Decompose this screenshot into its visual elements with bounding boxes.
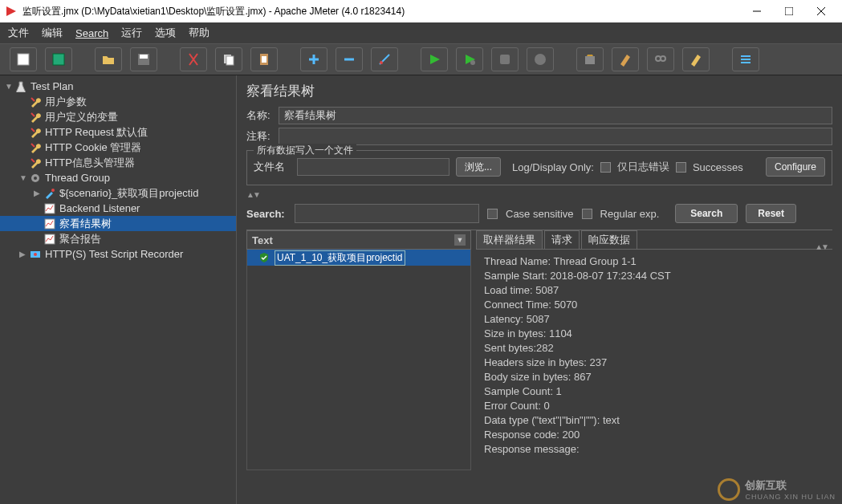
panel-title: 察看结果树	[246, 82, 832, 100]
tree-label: HTTP Cookie 管理器	[45, 140, 141, 155]
test-plan-tree[interactable]: ▼Test Plan用户参数用户定义的变量HTTP Request 默认值HTT…	[0, 75, 237, 504]
tree-node[interactable]: ▼Test Plan	[0, 79, 236, 94]
copy-button[interactable]	[215, 47, 242, 71]
collapse-indicator-icon[interactable]: ▲▼	[246, 190, 832, 199]
gear-icon	[29, 172, 42, 185]
regular-exp-checkbox[interactable]	[582, 209, 592, 219]
errors-only-checkbox[interactable]	[600, 162, 611, 173]
tree-label: 用户定义的变量	[45, 110, 118, 124]
new-button[interactable]	[10, 47, 37, 71]
menu-help[interactable]: 帮助	[189, 26, 209, 40]
configure-button[interactable]: Configure	[766, 157, 825, 177]
search-button[interactable]: Search	[675, 204, 738, 223]
filename-input[interactable]	[297, 158, 449, 176]
tree-label: HTTP Request 默认值	[45, 125, 148, 140]
tree-node[interactable]: 用户定义的变量	[0, 109, 236, 124]
toggle-button[interactable]	[371, 47, 398, 71]
collapse-indicator-right-icon[interactable]: ▲▼	[815, 242, 828, 251]
expand-button[interactable]	[300, 47, 327, 71]
detail-line: Error Count: 0	[484, 399, 829, 413]
tree-node[interactable]: HTTP Cookie 管理器	[0, 140, 236, 155]
tree-node[interactable]: HTTP信息头管理器	[0, 155, 236, 170]
detail-line: Response message:	[484, 442, 829, 457]
tree-node[interactable]: ▶HTTP(S) Test Script Recorder	[0, 246, 236, 262]
open-button[interactable]	[95, 47, 122, 71]
logo-ring-icon	[718, 478, 740, 501]
reset-search-button[interactable]	[682, 47, 710, 71]
save-button[interactable]	[130, 47, 157, 71]
close-button[interactable]	[805, 0, 837, 22]
pipette-icon	[43, 187, 56, 200]
templates-button[interactable]	[45, 47, 72, 71]
tree-node[interactable]: ▼Thread Group	[0, 170, 236, 185]
clear-button[interactable]	[576, 47, 604, 71]
tab-sampler-result[interactable]: 取样器结果	[476, 230, 543, 249]
detail-line: Size in bytes: 1104	[484, 327, 829, 341]
sample-item[interactable]: UAT_1_10_获取项目projectid	[247, 250, 470, 266]
wrench-icon	[29, 96, 42, 108]
search-input[interactable]	[295, 204, 479, 223]
filename-label: 文件名	[254, 160, 291, 174]
menu-run[interactable]: 运行	[121, 26, 142, 40]
sample-label: UAT_1_10_获取项目projectid	[275, 250, 405, 266]
tab-response-data[interactable]: 响应数据	[581, 230, 637, 249]
successes-checkbox[interactable]	[676, 162, 686, 173]
shutdown-button[interactable]	[527, 47, 554, 71]
search-tree-button[interactable]	[647, 47, 674, 71]
menu-file[interactable]: 文件	[8, 26, 29, 40]
svg-rect-19	[585, 56, 595, 64]
regular-exp-label: Regular exp.	[600, 208, 660, 220]
tree-node[interactable]: Backend Listener	[0, 201, 236, 216]
wrench-icon	[29, 141, 42, 154]
detail-line: Latency: 5087	[484, 312, 829, 327]
clear-all-button[interactable]	[612, 47, 639, 71]
svg-rect-1	[785, 7, 793, 15]
comment-input[interactable]	[279, 128, 832, 145]
tree-node[interactable]: 用户参数	[0, 94, 236, 109]
dropdown-arrow-icon: ▼	[454, 234, 466, 246]
samples-list[interactable]: UAT_1_10_获取项目projectid	[246, 250, 471, 470]
render-type-value: Text	[252, 234, 273, 246]
start-no-timers-button[interactable]	[456, 47, 483, 71]
watermark-logo: 创新互联 CHUANG XIN HU LIAN	[718, 478, 836, 501]
render-type-dropdown[interactable]: Text ▼	[246, 230, 471, 250]
wrench-icon	[29, 111, 42, 124]
svg-rect-7	[140, 55, 148, 59]
cut-button[interactable]	[180, 47, 207, 71]
reset-button[interactable]: Reset	[746, 204, 796, 223]
function-helper-button[interactable]	[732, 47, 759, 71]
tree-node[interactable]: 察看结果树	[0, 216, 236, 231]
case-sensitive-checkbox[interactable]	[487, 209, 498, 219]
flask-icon	[14, 80, 27, 93]
maximize-button[interactable]	[773, 0, 805, 22]
menu-search[interactable]: Search	[75, 27, 108, 39]
detail-line: Connect Time: 5070	[484, 298, 829, 312]
tree-label: Test Plan	[31, 80, 73, 92]
recorder-icon	[29, 248, 42, 261]
collapse-button[interactable]	[336, 47, 363, 71]
chart-icon	[43, 233, 56, 246]
tree-label: 聚合报告	[59, 232, 101, 246]
tree-node[interactable]: 聚合报告	[0, 231, 236, 246]
tree-label: ${scenario}_获取项目projectid	[59, 186, 198, 201]
svg-rect-24	[741, 62, 750, 63]
minimize-button[interactable]	[741, 0, 773, 22]
tab-request[interactable]: 请求	[544, 230, 580, 249]
tree-label: HTTP信息头管理器	[45, 156, 135, 170]
paste-button[interactable]	[250, 47, 278, 71]
tree-node[interactable]: HTTP Request 默认值	[0, 124, 236, 140]
menu-edit[interactable]: 编辑	[42, 26, 63, 40]
stop-button[interactable]	[491, 47, 519, 71]
start-button[interactable]	[421, 47, 448, 71]
logo-brand: 创新互联	[745, 478, 836, 493]
tree-node[interactable]: ▶${scenario}_获取项目projectid	[0, 185, 236, 201]
svg-point-18	[535, 54, 546, 65]
menu-options[interactable]: 选项	[155, 26, 176, 40]
name-input[interactable]	[279, 107, 832, 124]
sampler-details[interactable]: Thread Name: Thread Group 1-1Sample Star…	[476, 250, 832, 470]
svg-rect-5	[53, 54, 64, 65]
svg-rect-17	[500, 55, 510, 64]
browse-button[interactable]: 浏览...	[456, 157, 501, 177]
success-shield-icon	[258, 252, 270, 263]
tree-arrow-icon: ▼	[5, 82, 14, 91]
